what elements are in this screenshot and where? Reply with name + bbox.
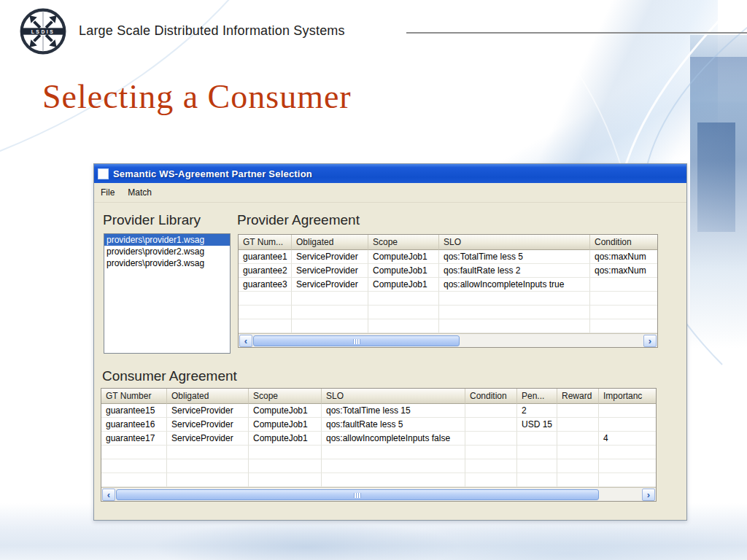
- logo-text: LSDIS: [31, 29, 55, 34]
- table-cell: qos:TotalTime less 15: [322, 404, 465, 418]
- table-cell: [239, 292, 292, 306]
- table-cell: [249, 473, 322, 487]
- table-cell: [101, 446, 167, 459]
- scroll-right-button[interactable]: ›: [643, 335, 657, 347]
- column-header-scope[interactable]: Scope: [249, 389, 322, 404]
- scroll-thumb[interactable]: [253, 335, 460, 346]
- table-cell: qos:TotalTime less 5: [439, 250, 590, 264]
- scroll-left-button[interactable]: ‹: [239, 335, 252, 347]
- scroll-left-icon: ‹: [107, 490, 110, 499]
- table-row[interactable]: [101, 473, 656, 487]
- scroll-left-button[interactable]: ‹: [102, 489, 115, 501]
- table-cell: ServiceProvider: [167, 404, 249, 418]
- consumer-agreement-table: GT NumberObligatedScopeSLOConditionPen..…: [101, 389, 656, 487]
- table-cell: 2: [517, 404, 557, 418]
- table-row[interactable]: [101, 446, 656, 459]
- table-cell: ComputeJob1: [249, 404, 322, 418]
- table-cell: qos:maxNum: [590, 250, 657, 264]
- list-item[interactable]: providers\provider1.wsag: [104, 234, 230, 246]
- app-window: Semantic WS-Agreement Partner Selection …: [93, 163, 687, 521]
- table-cell: [590, 319, 657, 333]
- table-row[interactable]: [239, 319, 657, 333]
- table-cell: [439, 319, 590, 333]
- table-cell: [322, 459, 465, 473]
- table-cell: ComputeJob1: [368, 264, 439, 278]
- table-cell: qos:faultRate less 5: [322, 418, 465, 432]
- provider-hscroll: ‹ ›: [239, 333, 657, 347]
- table-cell: [322, 473, 465, 487]
- table-header-row: GT NumberObligatedScopeSLOConditionPen..…: [101, 389, 656, 404]
- column-header-scope[interactable]: Scope: [368, 235, 439, 250]
- table-cell: guarantee17: [101, 432, 167, 446]
- provider-agreement-heading: Provider Agreement: [237, 212, 360, 228]
- table-cell: qos:maxNum: [590, 264, 657, 278]
- table-cell: [368, 306, 439, 319]
- scroll-track[interactable]: [116, 489, 641, 500]
- table-row[interactable]: guarantee16ServiceProviderComputeJob1qos…: [101, 418, 656, 432]
- consumer-hscroll: ‹ ›: [101, 487, 656, 501]
- table-cell: ServiceProvider: [292, 278, 368, 292]
- table-cell: ServiceProvider: [292, 264, 368, 278]
- table-cell: [517, 473, 557, 487]
- table-cell: [368, 319, 439, 333]
- table-cell: [322, 446, 465, 459]
- provider-library-list[interactable]: providers\provider1.wsagproviders\provid…: [104, 233, 231, 354]
- column-header-gt-num[interactable]: GT Num...: [239, 235, 292, 250]
- table-cell: [557, 418, 599, 432]
- menu-item-file[interactable]: File: [94, 184, 121, 201]
- provider-agreement-panel: GT Num...ObligatedScopeSLOConditionguara…: [238, 234, 658, 348]
- table-cell: [517, 446, 557, 459]
- table-cell: ServiceProvider: [167, 432, 249, 446]
- window-title: Semantic WS-Agreement Partner Selection: [113, 168, 312, 179]
- column-header-reward[interactable]: Reward: [557, 389, 599, 404]
- column-header-pen[interactable]: Pen...: [517, 389, 557, 404]
- column-header-obligated[interactable]: Obligated: [167, 389, 249, 404]
- scroll-left-icon: ‹: [244, 336, 247, 346]
- table-cell: [292, 306, 368, 319]
- column-header-gt-number[interactable]: GT Number: [101, 389, 167, 404]
- column-header-slo[interactable]: SLO: [439, 235, 590, 250]
- table-row[interactable]: guarantee1ServiceProviderComputeJob1qos:…: [239, 250, 657, 264]
- table-cell: [465, 459, 517, 473]
- scroll-right-icon: ›: [649, 336, 651, 346]
- scroll-thumb[interactable]: [116, 489, 599, 500]
- scroll-right-button[interactable]: ›: [642, 489, 655, 501]
- list-item[interactable]: providers\provider3.wsag: [104, 257, 230, 269]
- table-row[interactable]: guarantee2ServiceProviderComputeJob1qos:…: [239, 264, 657, 278]
- table-cell: ComputeJob1: [249, 418, 322, 432]
- column-header-condition[interactable]: Condition: [465, 389, 517, 404]
- table-cell: [465, 446, 517, 459]
- table-cell: [439, 292, 590, 306]
- table-row[interactable]: [239, 306, 657, 319]
- table-cell: [599, 418, 656, 432]
- menu-item-match[interactable]: Match: [121, 184, 158, 201]
- window-icon[interactable]: [98, 168, 109, 179]
- table-row[interactable]: [101, 459, 656, 473]
- column-header-obligated[interactable]: Obligated: [292, 235, 368, 250]
- lsdis-logo: LSDIS: [19, 7, 67, 55]
- table-cell: [239, 306, 292, 319]
- table-row[interactable]: [239, 292, 657, 306]
- table-cell: [249, 446, 322, 459]
- table-cell: [599, 404, 656, 418]
- table-cell: [465, 473, 517, 487]
- table-cell: guarantee15: [101, 404, 167, 418]
- table-row[interactable]: guarantee17ServiceProviderComputeJob1qos…: [101, 432, 656, 446]
- provider-library-heading: Provider Library: [103, 212, 201, 228]
- list-item[interactable]: providers\provider2.wsag: [104, 246, 230, 257]
- column-header-importanc[interactable]: Importanc: [599, 389, 656, 404]
- column-header-slo[interactable]: SLO: [322, 389, 465, 404]
- table-row[interactable]: guarantee15ServiceProviderComputeJob1qos…: [101, 404, 656, 418]
- slide: LSDIS Large Scale Distributed Informatio…: [0, 0, 747, 560]
- table-cell: [599, 459, 656, 473]
- table-cell: [517, 459, 557, 473]
- table-cell: [465, 432, 517, 446]
- table-row[interactable]: guarantee3ServiceProviderComputeJob1qos:…: [239, 278, 657, 292]
- column-header-condition[interactable]: Condition: [590, 235, 657, 250]
- scroll-track[interactable]: [253, 335, 643, 346]
- table-cell: USD 15: [517, 418, 557, 432]
- table-cell: [465, 404, 517, 418]
- table-cell: [557, 446, 599, 459]
- table-cell: [101, 459, 167, 473]
- table-cell: guarantee16: [101, 418, 167, 432]
